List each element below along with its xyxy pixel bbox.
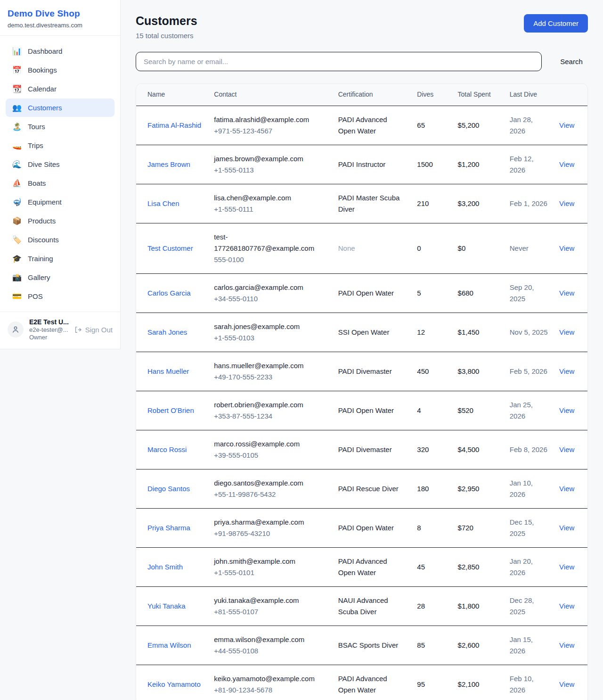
view-customer-link[interactable]: View — [559, 199, 574, 207]
sidebar-item-trips[interactable]: 🚤Trips — [6, 136, 114, 155]
customer-name-link[interactable]: Diego Santos — [147, 485, 190, 493]
customer-name-cell: Keiko Yamamoto — [136, 665, 208, 700]
view-customer-link[interactable]: View — [559, 524, 574, 532]
view-customer-link[interactable]: View — [559, 680, 574, 688]
view-customer-link[interactable]: View — [559, 641, 574, 649]
search-button[interactable]: Search — [555, 54, 588, 69]
dives-cell: 450 — [411, 352, 452, 391]
customer-name-cell: Diego Santos — [136, 469, 208, 508]
last-dive-cell: Feb 12, 2026 — [504, 145, 554, 184]
actions-cell: View — [554, 430, 587, 469]
customer-phone: +1-555-0111 — [214, 204, 326, 215]
customer-name-link[interactable]: Sarah Jones — [147, 328, 187, 336]
sidebar-item-dashboard[interactable]: 📊Dashboard — [6, 42, 114, 60]
certification-cell: PADI Advanced Open Water — [333, 665, 412, 700]
customer-phone: +39-555-0105 — [214, 450, 326, 461]
view-customer-link[interactable]: View — [559, 244, 574, 252]
sidebar-item-calendar[interactable]: 📆Calendar — [6, 80, 114, 98]
sidebar-item-boats[interactable]: ⛵Boats — [6, 174, 114, 192]
table-row: Keiko Yamamotokeiko.yamamoto@example.com… — [136, 665, 587, 700]
view-customer-link[interactable]: View — [559, 367, 574, 375]
total-spent-cell: $5,200 — [452, 106, 504, 145]
sidebar-item-products[interactable]: 📦Products — [6, 212, 114, 230]
view-customer-link[interactable]: View — [559, 121, 574, 129]
sidebar-item-label: Trips — [28, 141, 43, 149]
view-customer-link[interactable]: View — [559, 485, 574, 493]
sidebar-item-customers[interactable]: 👥Customers — [6, 99, 114, 117]
actions-cell: View — [554, 352, 587, 391]
customer-name-cell: Emma Wilson — [136, 626, 208, 665]
sign-out-button[interactable]: Sign Out — [74, 326, 113, 334]
view-customer-link[interactable]: View — [559, 602, 574, 610]
certification-cell: PADI Master Scuba Diver — [333, 184, 412, 223]
certification-value: SSI Open Water — [338, 328, 390, 336]
last-dive-cell: Dec 15, 2025 — [504, 508, 554, 547]
customer-name-link[interactable]: Fatima Al-Rashid — [147, 121, 201, 129]
customer-name-cell: James Brown — [136, 145, 208, 184]
total-spent-cell: $2,600 — [452, 626, 504, 665]
certification-value: PADI Advanced Open Water — [338, 675, 387, 694]
customer-name-link[interactable]: Marco Rossi — [147, 445, 187, 453]
sidebar-item-training[interactable]: 🎓Training — [6, 249, 114, 268]
sidebar-item-label: Discounts — [28, 236, 59, 244]
actions-cell: View — [554, 313, 587, 352]
customer-name-link[interactable]: Test Customer — [147, 244, 193, 252]
sidebar-item-discounts[interactable]: 🏷️Discounts — [6, 231, 114, 249]
customer-name-cell: Fatima Al-Rashid — [136, 106, 208, 145]
calendar-date-icon: 📅 — [12, 66, 22, 74]
wave-icon: 🌊 — [12, 160, 22, 169]
customer-phone: +34-555-0110 — [214, 293, 326, 305]
view-customer-link[interactable]: View — [559, 328, 574, 336]
people-icon: 👥 — [12, 103, 22, 112]
view-customer-link[interactable]: View — [559, 445, 574, 453]
view-customer-link[interactable]: View — [559, 406, 574, 414]
sidebar-item-dive-sites[interactable]: 🌊Dive Sites — [6, 155, 114, 173]
customer-name-link[interactable]: Lisa Chen — [147, 199, 179, 207]
sidebar-item-gallery[interactable]: 📸Gallery — [6, 268, 114, 287]
customer-name-link[interactable]: James Brown — [147, 160, 190, 168]
customer-name-link[interactable]: Emma Wilson — [147, 641, 191, 649]
certification-value: PADI Open Water — [338, 289, 394, 297]
customer-name-link[interactable]: Hans Mueller — [147, 367, 189, 375]
table-row: Diego Santosdiego.santos@example.com+55-… — [136, 469, 587, 508]
customer-name-link[interactable]: Robert O'Brien — [147, 406, 194, 414]
customer-name-link[interactable]: Carlos Garcia — [147, 289, 191, 297]
sidebar-item-label: Bookings — [28, 66, 57, 74]
speedboat-icon: 🚤 — [12, 141, 22, 150]
dives-cell: 210 — [411, 184, 452, 223]
search-input[interactable] — [136, 52, 542, 71]
actions-cell: View — [554, 469, 587, 508]
graduation-cap-icon: 🎓 — [12, 254, 22, 263]
sailboat-icon: ⛵ — [12, 179, 22, 188]
sidebar-item-pos[interactable]: 💳POS — [6, 287, 114, 305]
customer-email: fatima.alrashid@example.com — [214, 114, 326, 125]
dives-cell: 95 — [411, 665, 452, 700]
customer-phone: +353-87-555-1234 — [214, 411, 326, 422]
shop-title: Demo Dive Shop — [8, 8, 113, 19]
customer-name-link[interactable]: Keiko Yamamoto — [147, 680, 201, 688]
sidebar-item-tours[interactable]: 🏝️Tours — [6, 117, 114, 136]
customer-name-link[interactable]: Priya Sharma — [147, 524, 190, 532]
view-customer-link[interactable]: View — [559, 563, 574, 571]
customer-name-link[interactable]: John Smith — [147, 563, 183, 571]
last-dive-cell: Never — [504, 223, 554, 273]
table-row: John Smithjohn.smith@example.com+1-555-0… — [136, 547, 587, 586]
sidebar-item-bookings[interactable]: 📅Bookings — [6, 61, 114, 79]
certification-cell: PADI Open Water — [333, 391, 412, 430]
customer-name-link[interactable]: Yuki Tanaka — [147, 602, 186, 610]
last-dive-cell: Jan 20, 2026 — [504, 547, 554, 586]
last-dive-cell: Feb 8, 2026 — [504, 430, 554, 469]
customer-contact-cell: james.brown@example.com+1-555-0113 — [208, 145, 332, 184]
view-customer-link[interactable]: View — [559, 160, 574, 168]
sidebar-item-equipment[interactable]: 🤿Equipment — [6, 193, 114, 211]
customer-email: emma.wilson@example.com — [214, 634, 326, 645]
total-spent-cell: $520 — [452, 391, 504, 430]
dives-cell: 45 — [411, 547, 452, 586]
dives-cell: 5 — [411, 273, 452, 313]
view-customer-link[interactable]: View — [559, 289, 574, 297]
user-name: E2E Test U... — [29, 318, 68, 326]
customer-contact-cell: sarah.jones@example.com+1-555-0103 — [208, 313, 332, 352]
add-customer-button[interactable]: Add Customer — [524, 14, 588, 33]
customer-name-cell: Test Customer — [136, 223, 208, 273]
customer-contact-cell: diego.santos@example.com+55-11-99876-543… — [208, 469, 332, 508]
